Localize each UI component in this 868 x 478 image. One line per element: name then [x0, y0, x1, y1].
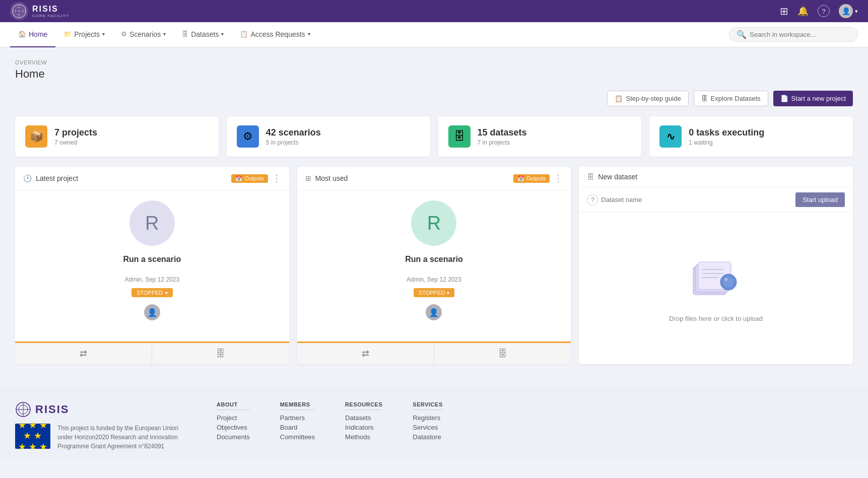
clock-icon: 🕐 [23, 174, 32, 182]
dataset-name-input[interactable] [601, 196, 792, 203]
footer-link-partners[interactable]: Partners [280, 414, 315, 422]
scenarios-stat-sub: 5 in projects [266, 139, 321, 146]
footer-services-title: SERVICES [413, 401, 442, 410]
footer-link-datastore[interactable]: Datastore [413, 433, 442, 441]
latest-project-body: R Run a scenario Admin, Sep 12 2023 STOP… [15, 190, 289, 342]
tasks-stat-main: 0 tasks executing [689, 127, 764, 138]
stat-datasets[interactable]: 🗄 15 datasets 7 in projects [438, 116, 642, 157]
help-circle-icon[interactable]: ? [587, 194, 598, 206]
tasks-stat-sub: 1 waiting [689, 139, 764, 146]
latest-scenarios-button[interactable]: ⇄ [15, 343, 152, 364]
scenarios-stat-icon: ⚙ [237, 125, 259, 148]
datasets-chevron-icon: ▾ [221, 31, 224, 37]
stat-tasks[interactable]: ∿ 0 tasks executing 1 waiting [649, 116, 853, 157]
latest-project-title: Latest project [36, 174, 78, 182]
latest-more-icon[interactable]: ⋮ [272, 173, 281, 184]
footer-link-registers[interactable]: Registers [413, 414, 442, 422]
most-outputs-icon: 📅 [517, 175, 524, 182]
main-content: OVERVIEW Home 📋 Step-by-step guide 🗄 Exp… [0, 47, 868, 376]
footer-brand-name: RISIS [35, 403, 69, 416]
most-used-project-name[interactable]: Run a scenario [405, 255, 463, 264]
latest-datasets-button[interactable]: 🗄 [152, 343, 289, 364]
nav-datasets[interactable]: 🗄 Datasets ▾ [174, 22, 232, 47]
new-dataset-header: 🗄 New dataset [579, 167, 853, 187]
grid-icon[interactable]: ⊞ [780, 5, 788, 17]
footer-members-title: MEMBERS [280, 401, 315, 410]
footer-logo: RISIS [15, 401, 186, 418]
nav-projects[interactable]: 📁 Projects ▾ [55, 22, 113, 47]
footer-description: This project is funded by the European U… [57, 424, 186, 451]
most-used-footer: ⇄ 🗄 [297, 342, 571, 364]
most-used-avatar: R [411, 200, 456, 246]
top-navigation: RISIS CORE FACILITY ⊞ 🔔 ? 👤 ▾ [0, 0, 868, 22]
footer-col-about: ABOUT Project Objectives Documents [217, 401, 250, 443]
search-icon: 🔍 [737, 30, 747, 39]
drop-text: Drop files here or click to upload [669, 315, 763, 322]
nav-home[interactable]: 🏠 Home [10, 22, 55, 47]
scenarios-icon: ⚙ [121, 30, 127, 38]
search-input[interactable] [750, 31, 850, 38]
datasets-stat-sub: 7 in projects [478, 139, 527, 146]
nav-scenarios[interactable]: ⚙ Scenarios ▾ [113, 22, 174, 47]
start-project-button[interactable]: 📄 Start a new project [773, 91, 853, 106]
most-status-chevron-icon: ▾ [447, 290, 449, 296]
latest-project-avatar: R [129, 200, 175, 246]
projects-stat-sub: 7 owned [54, 139, 97, 146]
footer-link-services[interactable]: Services [413, 424, 442, 431]
brand-logo-area: RISIS CORE FACILITY [10, 2, 69, 20]
most-used-card: ⊞ Most used 📅 Outputs ⋮ R Run a scenario [297, 167, 571, 364]
footer-link-documents[interactable]: Documents [217, 433, 250, 441]
search-area[interactable]: 🔍 [729, 27, 858, 42]
step-by-step-button[interactable]: 📋 Step-by-step guide [607, 91, 688, 106]
footer-link-board[interactable]: Board [280, 424, 315, 431]
footer-col-resources: RESOURCES Datasets Indicators Methods [345, 401, 382, 443]
footer-link-committees[interactable]: Committees [280, 433, 315, 441]
start-upload-button[interactable]: Start upload [795, 192, 845, 207]
most-used-scenarios-button[interactable]: ⇄ [297, 343, 434, 364]
content-grid: 🕐 Latest project 📅 Outputs ⋮ R Run a sce… [15, 167, 853, 364]
footer-link-project[interactable]: Project [217, 414, 250, 422]
footer-link-datasets[interactable]: Datasets [345, 414, 382, 422]
most-used-more-icon[interactable]: ⋮ [554, 173, 563, 184]
latest-outputs-badge[interactable]: 📅 Outputs [231, 174, 268, 183]
projects-chevron-icon: ▾ [102, 31, 105, 37]
footer-desc-row: ★ ★ ★★ ★★ ★ ★ This project is funded by … [15, 424, 186, 451]
footer-links: ABOUT Project Objectives Documents MEMBE… [217, 401, 853, 443]
header-area: OVERVIEW Home 📋 Step-by-step guide 🗄 Exp… [15, 59, 853, 106]
eu-stars: ★ ★ ★★ ★★ ★ ★ [18, 420, 47, 453]
footer-content: RISIS ★ ★ ★★ ★★ ★ ★ This project is fund… [15, 401, 853, 451]
stats-row: 📦 7 projects 7 owned ⚙ 42 scenarios 5 in… [15, 116, 853, 157]
most-used-title: Most used [315, 174, 348, 182]
user-avatar: 👤 [839, 4, 853, 18]
user-menu[interactable]: 👤 ▾ [839, 4, 858, 18]
datasets-stat-main: 15 datasets [478, 127, 527, 138]
latest-project-name[interactable]: Run a scenario [123, 255, 181, 264]
bell-icon[interactable]: 🔔 [797, 6, 809, 17]
projects-stat-main: 7 projects [54, 127, 97, 138]
risis-logo [10, 2, 28, 20]
most-used-outputs-badge[interactable]: 📅 Outputs [513, 174, 550, 183]
footer-col-members: MEMBERS Partners Board Committees [280, 401, 315, 443]
secondary-navigation: 🏠 Home 📁 Projects ▾ ⚙ Scenarios ▾ 🗄 Data… [0, 22, 868, 47]
footer-link-indicators[interactable]: Indicators [345, 424, 382, 431]
explore-datasets-button[interactable]: 🗄 Explore Datasets [694, 91, 768, 106]
outputs-icon: 📅 [235, 175, 242, 182]
most-used-user-avatar: 👤 [426, 304, 442, 320]
latest-status-badge[interactable]: STOPPED ▾ [131, 288, 172, 297]
help-icon[interactable]: ? [818, 5, 830, 17]
nav-access-requests[interactable]: 📋 Access Requests ▾ [232, 22, 318, 47]
stat-projects[interactable]: 📦 7 projects 7 owned [15, 116, 219, 157]
top-nav-icons: ⊞ 🔔 ? 👤 ▾ [780, 4, 858, 18]
eu-flag: ★ ★ ★★ ★★ ★ ★ [15, 424, 50, 449]
footer-link-methods[interactable]: Methods [345, 433, 382, 441]
plus-icon: 📄 [780, 95, 788, 102]
footer-link-objectives[interactable]: Objectives [217, 424, 250, 431]
upload-illustration [686, 254, 746, 307]
tasks-stat-icon: ∿ [659, 125, 682, 148]
upload-drop-area[interactable]: Drop files here or click to upload [579, 213, 853, 364]
chevron-down-icon: ▾ [855, 8, 858, 15]
most-used-status-badge[interactable]: STOPPED ▾ [414, 288, 454, 297]
stat-scenarios[interactable]: ⚙ 42 scenarios 5 in projects [227, 116, 430, 157]
access-chevron-icon: ▾ [308, 31, 310, 37]
most-used-datasets-button[interactable]: 🗄 [434, 343, 571, 364]
